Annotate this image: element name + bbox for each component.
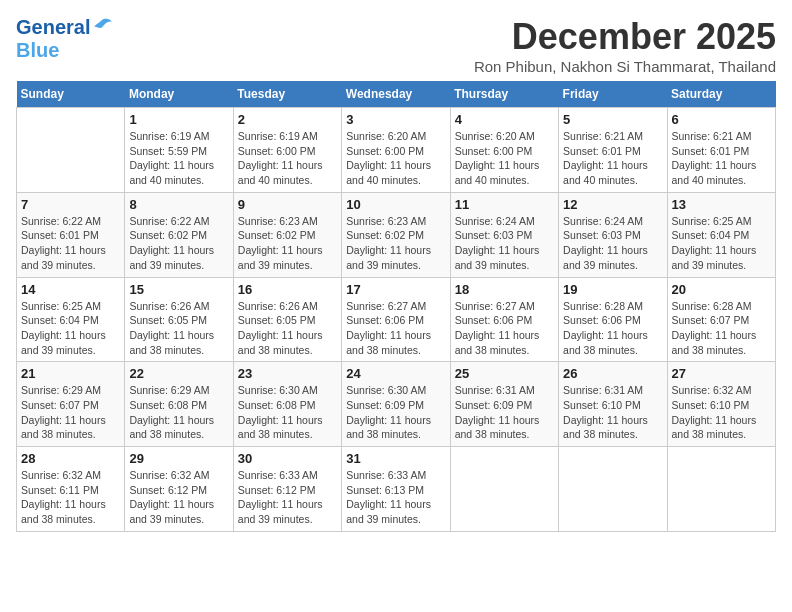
cell-daylight: Daylight: 11 hours and 38 minutes.	[672, 328, 771, 357]
cell-day-number: 30	[238, 451, 337, 466]
cell-sunset: Sunset: 6:06 PM	[455, 313, 554, 328]
cell-day-number: 18	[455, 282, 554, 297]
cell-day-number: 14	[21, 282, 120, 297]
cell-day-number: 4	[455, 112, 554, 127]
cell-day-number: 1	[129, 112, 228, 127]
cell-daylight: Daylight: 11 hours and 39 minutes.	[346, 497, 445, 526]
cell-daylight: Daylight: 11 hours and 38 minutes.	[455, 328, 554, 357]
cell-daylight: Daylight: 11 hours and 40 minutes.	[672, 158, 771, 187]
cell-daylight: Daylight: 11 hours and 38 minutes.	[238, 328, 337, 357]
cell-sunrise: Sunrise: 6:31 AM	[563, 383, 662, 398]
calendar-header-row: Sunday Monday Tuesday Wednesday Thursday…	[17, 81, 776, 108]
cell-sunrise: Sunrise: 6:25 AM	[21, 299, 120, 314]
cell-sunset: Sunset: 6:06 PM	[346, 313, 445, 328]
calendar-week-row: 21 Sunrise: 6:29 AM Sunset: 6:07 PM Dayl…	[17, 362, 776, 447]
cell-sunset: Sunset: 6:02 PM	[346, 228, 445, 243]
cell-sunset: Sunset: 6:06 PM	[563, 313, 662, 328]
cell-sunrise: Sunrise: 6:21 AM	[563, 129, 662, 144]
cell-sunrise: Sunrise: 6:31 AM	[455, 383, 554, 398]
cell-daylight: Daylight: 11 hours and 40 minutes.	[563, 158, 662, 187]
table-row: 31 Sunrise: 6:33 AM Sunset: 6:13 PM Dayl…	[342, 447, 450, 532]
cell-day-number: 22	[129, 366, 228, 381]
cell-sunset: Sunset: 6:08 PM	[129, 398, 228, 413]
cell-sunset: Sunset: 6:08 PM	[238, 398, 337, 413]
cell-daylight: Daylight: 11 hours and 39 minutes.	[238, 243, 337, 272]
calendar-week-row: 14 Sunrise: 6:25 AM Sunset: 6:04 PM Dayl…	[17, 277, 776, 362]
table-row	[667, 447, 775, 532]
table-row: 9 Sunrise: 6:23 AM Sunset: 6:02 PM Dayli…	[233, 192, 341, 277]
cell-sunset: Sunset: 6:05 PM	[129, 313, 228, 328]
cell-daylight: Daylight: 11 hours and 38 minutes.	[563, 328, 662, 357]
cell-sunrise: Sunrise: 6:30 AM	[346, 383, 445, 398]
header-thursday: Thursday	[450, 81, 558, 108]
cell-day-number: 10	[346, 197, 445, 212]
table-row: 16 Sunrise: 6:26 AM Sunset: 6:05 PM Dayl…	[233, 277, 341, 362]
cell-day-number: 25	[455, 366, 554, 381]
cell-day-number: 3	[346, 112, 445, 127]
cell-daylight: Daylight: 11 hours and 40 minutes.	[455, 158, 554, 187]
table-row: 11 Sunrise: 6:24 AM Sunset: 6:03 PM Dayl…	[450, 192, 558, 277]
calendar-table: Sunday Monday Tuesday Wednesday Thursday…	[16, 81, 776, 532]
cell-day-number: 7	[21, 197, 120, 212]
cell-sunset: Sunset: 6:10 PM	[672, 398, 771, 413]
cell-sunset: Sunset: 6:00 PM	[455, 144, 554, 159]
cell-sunset: Sunset: 6:07 PM	[672, 313, 771, 328]
header-friday: Friday	[559, 81, 667, 108]
cell-daylight: Daylight: 11 hours and 39 minutes.	[21, 328, 120, 357]
cell-sunrise: Sunrise: 6:29 AM	[129, 383, 228, 398]
cell-day-number: 15	[129, 282, 228, 297]
cell-daylight: Daylight: 11 hours and 39 minutes.	[563, 243, 662, 272]
cell-day-number: 12	[563, 197, 662, 212]
cell-sunset: Sunset: 6:02 PM	[238, 228, 337, 243]
cell-daylight: Daylight: 11 hours and 39 minutes.	[346, 243, 445, 272]
cell-sunrise: Sunrise: 6:27 AM	[455, 299, 554, 314]
cell-sunset: Sunset: 6:04 PM	[672, 228, 771, 243]
title-section: December 2025 Ron Phibun, Nakhon Si Tham…	[474, 16, 776, 75]
cell-day-number: 13	[672, 197, 771, 212]
cell-sunset: Sunset: 6:12 PM	[238, 483, 337, 498]
table-row: 21 Sunrise: 6:29 AM Sunset: 6:07 PM Dayl…	[17, 362, 125, 447]
cell-sunrise: Sunrise: 6:29 AM	[21, 383, 120, 398]
cell-sunrise: Sunrise: 6:24 AM	[455, 214, 554, 229]
table-row: 27 Sunrise: 6:32 AM Sunset: 6:10 PM Dayl…	[667, 362, 775, 447]
cell-day-number: 29	[129, 451, 228, 466]
cell-sunrise: Sunrise: 6:24 AM	[563, 214, 662, 229]
cell-daylight: Daylight: 11 hours and 40 minutes.	[129, 158, 228, 187]
table-row: 5 Sunrise: 6:21 AM Sunset: 6:01 PM Dayli…	[559, 108, 667, 193]
calendar-week-row: 7 Sunrise: 6:22 AM Sunset: 6:01 PM Dayli…	[17, 192, 776, 277]
cell-daylight: Daylight: 11 hours and 38 minutes.	[238, 413, 337, 442]
cell-day-number: 27	[672, 366, 771, 381]
logo-blue: Blue	[16, 39, 112, 62]
cell-sunset: Sunset: 6:03 PM	[455, 228, 554, 243]
table-row: 20 Sunrise: 6:28 AM Sunset: 6:07 PM Dayl…	[667, 277, 775, 362]
table-row	[450, 447, 558, 532]
calendar-week-row: 1 Sunrise: 6:19 AM Sunset: 5:59 PM Dayli…	[17, 108, 776, 193]
cell-sunrise: Sunrise: 6:32 AM	[672, 383, 771, 398]
cell-sunrise: Sunrise: 6:22 AM	[129, 214, 228, 229]
table-row: 22 Sunrise: 6:29 AM Sunset: 6:08 PM Dayl…	[125, 362, 233, 447]
cell-sunrise: Sunrise: 6:32 AM	[21, 468, 120, 483]
cell-sunrise: Sunrise: 6:32 AM	[129, 468, 228, 483]
table-row: 24 Sunrise: 6:30 AM Sunset: 6:09 PM Dayl…	[342, 362, 450, 447]
page-wrapper: General Blue December 2025 Ron Phibun, N…	[16, 16, 776, 532]
cell-sunset: Sunset: 6:01 PM	[672, 144, 771, 159]
cell-sunset: Sunset: 6:10 PM	[563, 398, 662, 413]
cell-day-number: 20	[672, 282, 771, 297]
calendar-week-row: 28 Sunrise: 6:32 AM Sunset: 6:11 PM Dayl…	[17, 447, 776, 532]
cell-sunrise: Sunrise: 6:23 AM	[238, 214, 337, 229]
table-row	[559, 447, 667, 532]
table-row	[17, 108, 125, 193]
cell-sunrise: Sunrise: 6:28 AM	[563, 299, 662, 314]
cell-daylight: Daylight: 11 hours and 38 minutes.	[455, 413, 554, 442]
table-row: 18 Sunrise: 6:27 AM Sunset: 6:06 PM Dayl…	[450, 277, 558, 362]
cell-day-number: 11	[455, 197, 554, 212]
cell-sunset: Sunset: 6:00 PM	[238, 144, 337, 159]
cell-daylight: Daylight: 11 hours and 38 minutes.	[129, 328, 228, 357]
cell-day-number: 6	[672, 112, 771, 127]
table-row: 2 Sunrise: 6:19 AM Sunset: 6:00 PM Dayli…	[233, 108, 341, 193]
header-sunday: Sunday	[17, 81, 125, 108]
table-row: 29 Sunrise: 6:32 AM Sunset: 6:12 PM Dayl…	[125, 447, 233, 532]
cell-sunset: Sunset: 6:07 PM	[21, 398, 120, 413]
cell-sunset: Sunset: 6:09 PM	[346, 398, 445, 413]
table-row: 14 Sunrise: 6:25 AM Sunset: 6:04 PM Dayl…	[17, 277, 125, 362]
